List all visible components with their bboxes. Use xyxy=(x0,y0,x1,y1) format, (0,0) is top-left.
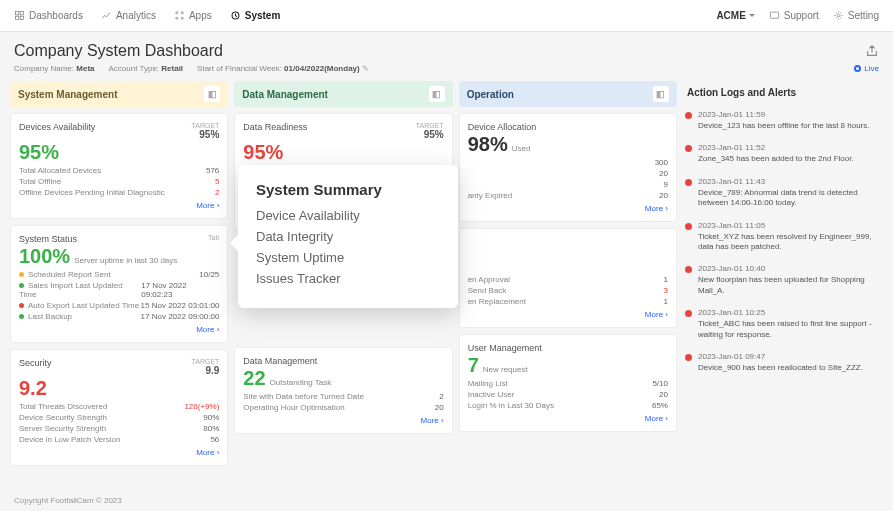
alert-item[interactable]: 2023-Jan-01 10:25Ticket_ABC has been rai… xyxy=(683,302,883,346)
datamgmt-metric: 22Outstanding Task xyxy=(243,368,443,388)
alert-dot-icon xyxy=(685,266,692,273)
col-data-header: Data Management ◧ xyxy=(234,81,452,107)
nav-analytics[interactable]: Analytics xyxy=(101,10,156,21)
system-icon xyxy=(230,10,241,21)
svg-point-10 xyxy=(837,14,840,17)
footer: Copyright FootfallCam © 2023 xyxy=(0,490,893,511)
alert-dot-icon xyxy=(685,223,692,230)
usermgmt-metric: 7New request xyxy=(468,355,668,375)
apps-icon xyxy=(174,10,185,21)
meta-bar: Company Name: Meta Account Type: Retail … xyxy=(0,64,893,81)
more-link[interactable]: More › xyxy=(468,204,668,213)
col-system-header: System Management ◧ xyxy=(10,81,228,107)
svg-rect-1 xyxy=(20,11,23,14)
support-icon xyxy=(769,10,780,21)
edit-icon[interactable]: ✎ xyxy=(362,64,369,73)
nav-dashboards[interactable]: Dashboards xyxy=(14,10,83,21)
alert-item[interactable]: 2023-Jan-01 10:40New floorplan has been … xyxy=(683,258,883,302)
devalloc-metric: 98%Used xyxy=(468,134,668,154)
alerts-panel: Action Logs and Alerts 2023-Jan-01 11:59… xyxy=(683,81,883,466)
svg-rect-9 xyxy=(770,12,778,18)
col-sys-icon[interactable]: ◧ xyxy=(204,86,220,102)
alert-dot-icon xyxy=(685,354,692,361)
analytics-icon xyxy=(101,10,112,21)
alert-item[interactable]: 2023-Jan-01 11:43Device_789: Abnormal da… xyxy=(683,171,883,215)
security-metric: 9.2 xyxy=(19,378,219,398)
top-nav: Dashboards Analytics Apps System ACME Su… xyxy=(0,0,893,32)
brand-selector[interactable]: ACME xyxy=(716,10,754,21)
readiness-metric: 95% xyxy=(243,142,443,162)
nav-system[interactable]: System xyxy=(230,10,281,21)
svg-rect-2 xyxy=(15,16,18,19)
card-security: Security TARGET9.9 9.2 Total Threats Dis… xyxy=(10,349,228,466)
card-system-status: System StatusTab 100%Server uptime in la… xyxy=(10,225,228,343)
system-summary-tooltip: System Summary Device Availability Data … xyxy=(238,165,458,308)
nav-apps[interactable]: Apps xyxy=(174,10,212,21)
card-data-management: Data Management 22Outstanding Task Site … xyxy=(234,347,452,434)
svg-point-6 xyxy=(176,17,178,19)
status-metric: 100%Server uptime in last 30 days xyxy=(19,246,219,266)
page-title: Company System Dashboard xyxy=(14,42,223,60)
more-link[interactable]: More › xyxy=(19,325,219,334)
alert-item[interactable]: 2023-Jan-01 11:52Zone_345 has been added… xyxy=(683,137,883,170)
svg-point-7 xyxy=(181,17,183,19)
share-icon[interactable] xyxy=(865,44,879,58)
alert-item[interactable]: 2023-Jan-01 11:05Ticket_XYZ has been res… xyxy=(683,215,883,259)
alert-item[interactable]: 2023-Jan-01 09:47Device_900 has been rea… xyxy=(683,346,883,379)
svg-point-5 xyxy=(181,12,183,14)
col-op-icon[interactable]: ◧ xyxy=(653,86,669,102)
more-link[interactable]: More › xyxy=(19,201,219,210)
more-link[interactable]: More › xyxy=(243,416,443,425)
card-device-allocation: Device Allocation 98%Used 300 20 9 anty … xyxy=(459,113,677,222)
svg-rect-3 xyxy=(20,16,23,19)
devices-metric: 95% xyxy=(19,142,219,162)
gear-icon xyxy=(833,10,844,21)
chevron-down-icon xyxy=(749,14,755,17)
more-link[interactable]: More › xyxy=(19,448,219,457)
nav-setting[interactable]: Setting xyxy=(833,10,879,21)
alert-dot-icon xyxy=(685,145,692,152)
col-op-header: Operation ◧ xyxy=(459,81,677,107)
more-link[interactable]: More › xyxy=(468,414,668,423)
alert-item[interactable]: 2023-Jan-01 11:59Device_123 has been off… xyxy=(683,104,883,137)
more-link[interactable]: More › xyxy=(468,310,668,319)
alert-dot-icon xyxy=(685,179,692,186)
alert-dot-icon xyxy=(685,112,692,119)
card-floorplan: en Approval1 Send Back3 en Replacement1 … xyxy=(459,228,677,328)
col-data-icon[interactable]: ◧ xyxy=(429,86,445,102)
nav-support[interactable]: Support xyxy=(769,10,819,21)
live-toggle[interactable]: Live xyxy=(854,64,879,73)
svg-point-4 xyxy=(176,12,178,14)
card-user-management: User Management 7New request Mailing Lis… xyxy=(459,334,677,432)
card-devices-availability: Devices Availability TARGET95% 95% Total… xyxy=(10,113,228,219)
dashboard-icon xyxy=(14,10,25,21)
svg-rect-0 xyxy=(15,11,18,14)
alert-dot-icon xyxy=(685,310,692,317)
